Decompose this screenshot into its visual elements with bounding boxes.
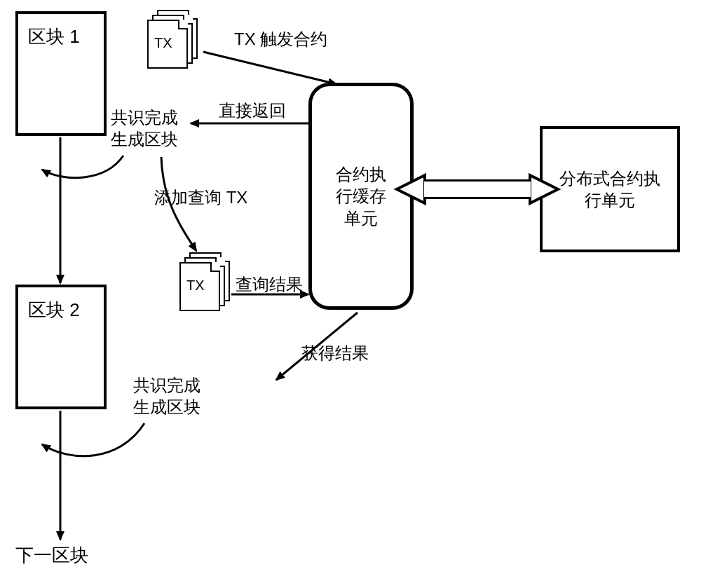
arrow-consensus-1	[42, 156, 123, 178]
block-1: 区块 1	[15, 11, 107, 136]
distributed-contract-unit-label: 分布式合约执 行单元	[559, 167, 660, 211]
tx-stack-1-label: TX	[154, 35, 172, 51]
block-2: 区块 2	[15, 285, 107, 409]
get-result-label: 获得结果	[301, 342, 369, 364]
consensus-1-label: 共识完成 生成区块	[111, 107, 178, 150]
direct-return-label: 直接返回	[219, 100, 286, 121]
tx-stack-2-label: TX	[186, 278, 205, 294]
contract-cache-unit: 合约执 行缓存 单元	[308, 83, 414, 310]
svg-rect-5	[424, 182, 531, 197]
arrow-tx1-to-cache	[203, 52, 336, 84]
consensus-2-label: 共识完成 生成区块	[133, 374, 200, 418]
next-block-label: 下一区块	[15, 544, 88, 568]
distributed-contract-unit: 分布式合约执 行单元	[540, 126, 680, 252]
double-arrow-cache-dist	[397, 175, 558, 203]
block-1-label: 区块 1	[28, 25, 80, 49]
trigger-label: TX 触发合约	[234, 28, 327, 50]
add-query-tx-label: 添加查询 TX	[154, 186, 247, 208]
block-2-label: 区块 2	[28, 299, 80, 322]
query-result-label: 查询结果	[236, 273, 303, 295]
contract-cache-unit-label: 合约执 行缓存 单元	[336, 163, 386, 229]
arrow-consensus-2	[42, 423, 144, 456]
